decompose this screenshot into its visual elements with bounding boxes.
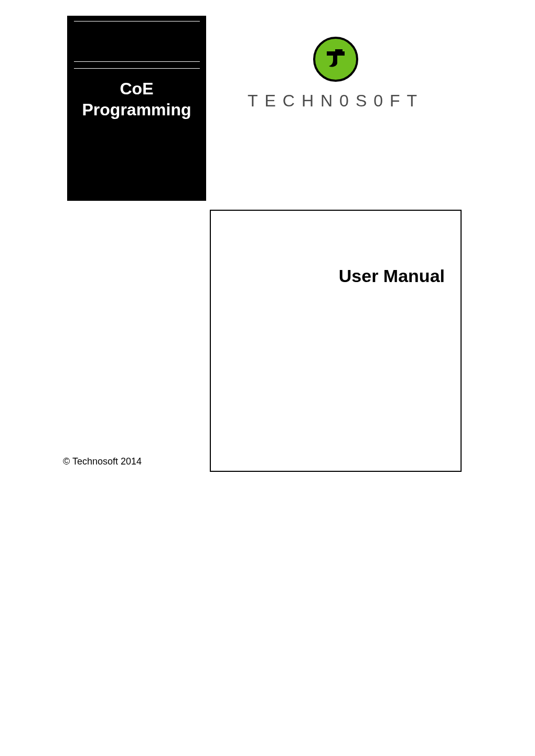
brand-name: TECHN0S0FT (248, 91, 424, 111)
manual-box: User Manual (210, 210, 462, 472)
divider-group (74, 61, 200, 75)
divider (74, 61, 200, 62)
doc-title-line1: CoE (120, 79, 154, 98)
brand-logo-icon (313, 37, 358, 82)
divider (74, 21, 200, 21)
copyright-text: © Technosoft 2014 (63, 456, 142, 467)
manual-title: User Manual (339, 266, 445, 286)
divider (74, 68, 200, 69)
doc-title-line2: Programming (82, 100, 191, 119)
doc-title: CoE Programming (82, 78, 191, 120)
title-black-box: CoE Programming (67, 16, 206, 201)
logo-area: TECHN0S0FT (215, 37, 456, 111)
